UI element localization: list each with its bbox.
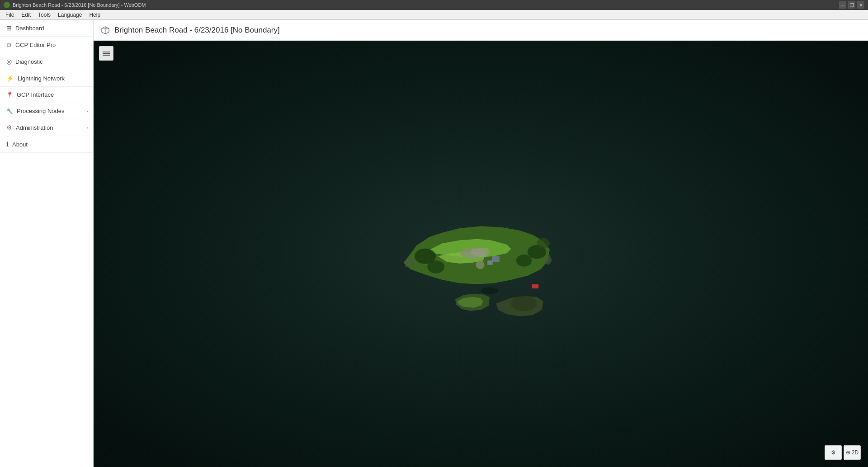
- settings-view-button[interactable]: ⚙: [825, 445, 842, 460]
- wrench-icon: 🔧: [6, 108, 13, 114]
- app-icon: [4, 2, 10, 8]
- grid-icon: ⊞: [6, 24, 12, 32]
- view-menu-button[interactable]: [99, 46, 113, 61]
- sidebar-item-gcp-editor[interactable]: ⊙ GCP Editor Pro: [0, 37, 93, 53]
- svg-point-21: [511, 296, 537, 311]
- menu-tools[interactable]: Tools: [34, 11, 54, 19]
- svg-point-14: [476, 260, 484, 269]
- menu-edit[interactable]: Edit: [18, 11, 34, 19]
- sidebar-item-label: GCP Editor Pro: [15, 42, 56, 48]
- sidebar-item-dashboard[interactable]: ⊞ Dashboard: [0, 20, 93, 37]
- sidebar-item-label: Administration: [16, 124, 53, 131]
- 2d-label: 2D: [852, 449, 859, 456]
- sidebar-item-label: Diagnostic: [15, 58, 43, 65]
- location-icon: 📍: [6, 92, 13, 98]
- page-title: Brighton Beach Road - 6/23/2016 [No Boun…: [114, 26, 280, 35]
- titlebar-title: Brighton Beach Road - 6/23/2016 [No Boun…: [13, 2, 146, 8]
- sidebar-item-label: GCP Interface: [17, 91, 54, 98]
- svg-point-26: [446, 231, 448, 233]
- sidebar-item-lightning-network[interactable]: ⚡ Lightning Network: [0, 70, 93, 87]
- view-controls: ⚙ ⊕ 2D: [825, 445, 861, 460]
- map-pin-icon: ⊙: [6, 41, 12, 48]
- svg-rect-22: [532, 284, 538, 288]
- menubar: File Edit Tools Language Help: [0, 10, 868, 20]
- sidebar-item-gcp-interface[interactable]: 📍 GCP Interface: [0, 87, 93, 103]
- menu-file[interactable]: File: [2, 11, 18, 19]
- svg-point-9: [516, 254, 531, 266]
- sidebar-item-label: Processing Nodes: [17, 108, 65, 114]
- chevron-left-icon: ‹: [87, 108, 89, 114]
- restore-button[interactable]: ❐: [848, 1, 855, 9]
- settings-icon: ⚙: [831, 449, 836, 456]
- sidebar-item-label: Lightning Network: [18, 75, 65, 82]
- terrain-visualization: [373, 177, 590, 349]
- menu-help[interactable]: Help: [85, 11, 104, 19]
- svg-rect-13: [487, 260, 492, 265]
- terrain-svg: [373, 177, 590, 349]
- app-container: ⊞ Dashboard ⊙ GCP Editor Pro ◎ Diagnosti…: [0, 20, 868, 467]
- lightning-icon: ⚡: [6, 75, 14, 82]
- sidebar-item-administration[interactable]: ⚙ Administration ‹: [0, 119, 93, 136]
- sidebar-item-about[interactable]: ℹ About: [0, 136, 93, 153]
- svg-point-23: [481, 287, 498, 294]
- svg-point-25: [506, 226, 508, 228]
- titlebar-left: Brighton Beach Road - 6/23/2016 [No Boun…: [4, 2, 146, 8]
- close-button[interactable]: ✕: [857, 1, 864, 9]
- sidebar-item-processing-nodes[interactable]: 🔧 Processing Nodes ‹: [0, 103, 93, 119]
- svg-point-11: [537, 238, 550, 248]
- svg-point-10: [427, 260, 444, 274]
- gear-icon: ⚙: [6, 124, 12, 131]
- cube-icon: [101, 26, 110, 35]
- sidebar-item-diagnostic[interactable]: ◎ Diagnostic: [0, 53, 93, 70]
- main-content: Brighton Beach Road - 6/23/2016 [No Boun…: [94, 20, 868, 467]
- 3d-view[interactable]: ⚙ ⊕ 2D: [94, 41, 868, 467]
- hamburger-icon: [103, 51, 110, 56]
- info-icon: ℹ: [6, 141, 9, 148]
- titlebar-controls[interactable]: ─ ❐ ✕: [839, 1, 864, 9]
- sidebar-item-label: About: [12, 141, 28, 148]
- titlebar: Brighton Beach Road - 6/23/2016 [No Boun…: [0, 0, 868, 10]
- svg-point-24: [471, 229, 474, 231]
- 2d-view-button[interactable]: ⊕ 2D: [844, 445, 861, 460]
- content-header: Brighton Beach Road - 6/23/2016 [No Boun…: [94, 20, 868, 41]
- minimize-button[interactable]: ─: [839, 1, 846, 9]
- menu-language[interactable]: Language: [54, 11, 85, 19]
- sidebar-item-label: Dashboard: [15, 25, 44, 32]
- globe-icon: ⊕: [846, 449, 850, 456]
- chart-icon: ◎: [6, 58, 12, 65]
- sidebar: ⊞ Dashboard ⊙ GCP Editor Pro ◎ Diagnosti…: [0, 20, 94, 467]
- svg-rect-12: [491, 256, 499, 262]
- chevron-left-icon-admin: ‹: [87, 125, 89, 130]
